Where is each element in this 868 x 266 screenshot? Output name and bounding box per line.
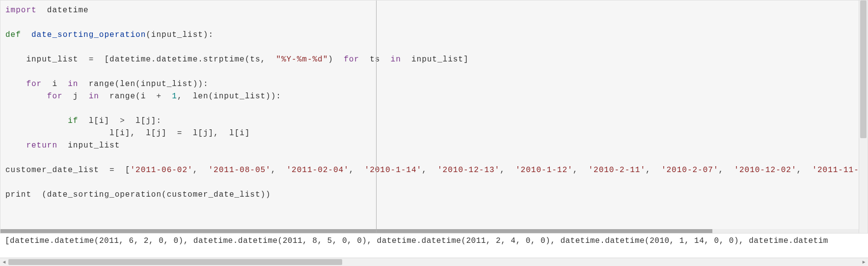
string-literal: '2011-11-3 bbox=[812, 166, 864, 175]
editor-v-scrollbar-thumb[interactable] bbox=[860, 0, 867, 138]
indent: input_list bbox=[5, 55, 89, 64]
var-name: customer_date_list bbox=[5, 166, 109, 175]
num-literal: 1 bbox=[172, 92, 177, 101]
outer-horizontal-scrollbar[interactable]: ◄ ► bbox=[0, 258, 868, 266]
code-text: range(i bbox=[99, 92, 157, 101]
indent bbox=[5, 141, 26, 150]
kw-if: if bbox=[68, 117, 78, 125]
scroll-right-arrow-icon[interactable]: ► bbox=[860, 258, 868, 266]
code-text: input_list] bbox=[401, 55, 469, 64]
output-panel: [datetime.datetime(2011, 6, 2, 0, 0), da… bbox=[0, 234, 868, 245]
code-text: [datetime.datetime.strptime(ts, bbox=[94, 55, 276, 64]
comma: , bbox=[349, 166, 365, 175]
code-text: ts bbox=[359, 55, 391, 64]
comma: , bbox=[797, 166, 813, 175]
comma: , bbox=[500, 166, 515, 175]
string-literal: '2010-1-12' bbox=[515, 166, 573, 175]
kw-import: import bbox=[5, 6, 37, 15]
builtin-print: print bbox=[5, 190, 31, 199]
comma: , bbox=[193, 166, 209, 175]
gt: > bbox=[120, 117, 125, 125]
comma: , bbox=[271, 166, 287, 175]
kw-def: def bbox=[5, 30, 21, 39]
kw-return: return bbox=[26, 141, 57, 150]
code-text: (date_sorting_operation(customer_date_li… bbox=[31, 190, 271, 199]
editor-vertical-scrollbar[interactable] bbox=[859, 0, 868, 233]
code-text: l[j], l[i] bbox=[182, 129, 250, 138]
string-literal: '2010-2-07' bbox=[661, 166, 719, 175]
indent: l[i], l[j] bbox=[5, 129, 177, 138]
code-editor-container: import datetime def date_sorting_operati… bbox=[0, 0, 868, 234]
string-literal: '2011-02-04' bbox=[287, 166, 349, 175]
kw-for: for bbox=[26, 80, 42, 89]
scroll-left-arrow-icon[interactable]: ◄ bbox=[0, 258, 8, 266]
string-literal: "%Y-%m-%d" bbox=[276, 55, 328, 64]
indent bbox=[5, 80, 26, 89]
params: (input_list) bbox=[146, 30, 208, 39]
string-literal: '2010-12-02' bbox=[734, 166, 796, 175]
eq: = bbox=[109, 166, 115, 175]
function-name: date_sorting_operation bbox=[21, 30, 146, 39]
string-literal: '2011-06-02' bbox=[130, 166, 192, 175]
module-name: datetime bbox=[37, 6, 89, 15]
editor-horizontal-scrollbar[interactable] bbox=[0, 229, 859, 233]
kw-in: in bbox=[391, 55, 401, 64]
kw-in: in bbox=[89, 92, 99, 101]
code-text: input_list bbox=[57, 141, 120, 150]
output-text: [datetime.datetime(2011, 6, 2, 0, 0), da… bbox=[5, 236, 828, 245]
eq: = bbox=[177, 129, 183, 138]
indent bbox=[5, 117, 68, 125]
string-literal: '2011-08-05' bbox=[208, 166, 271, 175]
code-text: j bbox=[63, 92, 89, 101]
comma: , bbox=[646, 166, 661, 175]
code-text: l[j]: bbox=[125, 117, 162, 125]
code-text: , len(input_list)): bbox=[177, 92, 281, 101]
code-editor-area[interactable]: import datetime def date_sorting_operati… bbox=[0, 0, 868, 205]
string-literal: '2010-12-13' bbox=[437, 166, 500, 175]
code-text: [ bbox=[115, 166, 131, 175]
colon: : bbox=[208, 30, 214, 39]
kw-for: for bbox=[344, 55, 359, 64]
comma: , bbox=[573, 166, 589, 175]
kw-for: for bbox=[47, 92, 63, 101]
editor-h-scrollbar-thumb[interactable] bbox=[0, 229, 712, 233]
code-text: ) bbox=[328, 55, 344, 64]
kw-in: in bbox=[68, 80, 78, 89]
string-literal: '2010-2-11' bbox=[588, 166, 646, 175]
indent bbox=[5, 92, 47, 101]
string-literal: '2010-1-14' bbox=[365, 166, 422, 175]
code-text: i bbox=[42, 80, 68, 89]
outer-scrollbar-track[interactable] bbox=[8, 258, 860, 266]
code-text: range(len(input_list)): bbox=[78, 80, 208, 89]
eq: = bbox=[89, 55, 94, 64]
comma: , bbox=[719, 166, 734, 175]
code-text bbox=[162, 92, 172, 101]
comma: , bbox=[422, 166, 437, 175]
plus: + bbox=[156, 92, 162, 101]
outer-scrollbar-thumb[interactable] bbox=[8, 259, 342, 265]
code-text: l[i] bbox=[78, 117, 120, 125]
